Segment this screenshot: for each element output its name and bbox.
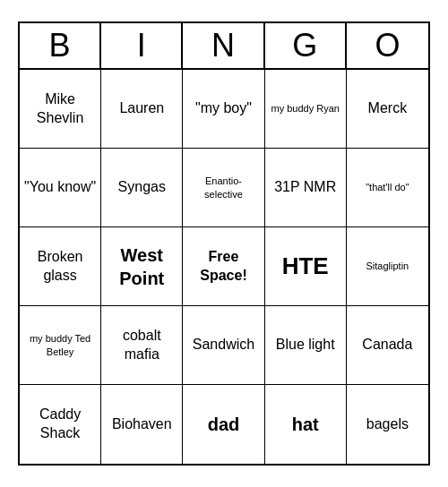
bingo-grid: Mike ShevlinLauren"my boy"my buddy RyanM… [20, 70, 428, 464]
bingo-cell[interactable]: Syngas [101, 149, 183, 227]
bingo-cell[interactable]: Broken glass [20, 227, 101, 306]
bingo-card: BINGO Mike ShevlinLauren"my boy"my buddy… [18, 21, 430, 466]
bingo-cell[interactable]: Lauren [101, 70, 183, 149]
header-letter: N [183, 23, 264, 68]
bingo-cell[interactable]: my buddy Ryan [265, 70, 347, 149]
bingo-cell[interactable]: dad [183, 385, 264, 464]
bingo-cell[interactable]: Biohaven [101, 385, 183, 464]
bingo-cell[interactable]: cobalt mafia [101, 306, 183, 385]
bingo-cell[interactable]: Sandwich [183, 306, 264, 385]
header-letter: O [347, 23, 428, 68]
bingo-cell[interactable]: "You know" [20, 149, 101, 227]
bingo-cell[interactable]: "my boy" [183, 70, 264, 149]
header-letter: I [101, 23, 183, 68]
bingo-header: BINGO [20, 23, 428, 70]
bingo-cell[interactable]: HTE [265, 227, 347, 306]
bingo-cell[interactable]: Sitagliptin [347, 227, 428, 306]
bingo-cell[interactable]: Free Space! [183, 227, 264, 306]
bingo-cell[interactable]: my buddy Ted Betley [20, 306, 101, 385]
bingo-cell[interactable]: hat [265, 385, 347, 464]
bingo-cell[interactable]: 31P NMR [265, 149, 347, 227]
header-letter: G [265, 23, 347, 68]
bingo-cell[interactable]: Mike Shevlin [20, 70, 101, 149]
bingo-cell[interactable]: Caddy Shack [20, 385, 101, 464]
bingo-cell[interactable]: Enantio-selective [183, 149, 264, 227]
bingo-cell[interactable]: Canada [347, 306, 428, 385]
bingo-cell[interactable]: Blue light [265, 306, 347, 385]
bingo-cell[interactable]: bagels [347, 385, 428, 464]
bingo-cell[interactable]: West Point [101, 227, 183, 306]
bingo-cell[interactable]: Merck [347, 70, 428, 149]
bingo-cell[interactable]: "that'll do" [347, 149, 428, 227]
header-letter: B [20, 23, 101, 68]
